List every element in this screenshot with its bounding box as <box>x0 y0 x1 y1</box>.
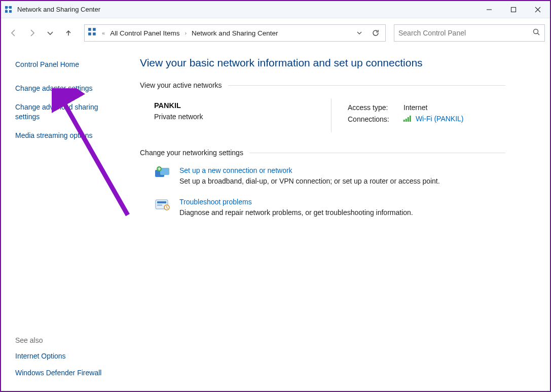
minimize-button[interactable] <box>477 1 501 18</box>
svg-rect-13 <box>93 32 96 35</box>
svg-rect-17 <box>406 119 407 122</box>
wifi-signal-icon <box>403 115 412 123</box>
svg-rect-10 <box>88 28 91 31</box>
address-bar[interactable]: « All Control Panel Items › Network and … <box>84 24 386 42</box>
window-title: Network and Sharing Center <box>17 6 100 13</box>
access-type-label: Access type: <box>348 102 402 113</box>
svg-rect-25 <box>157 204 162 206</box>
up-button[interactable] <box>61 25 76 41</box>
forward-button[interactable] <box>24 25 40 41</box>
active-network-row: PANKIL Private network Access type: Inte… <box>140 98 505 132</box>
see-also-header: See also <box>15 336 121 344</box>
sidebar-windows-defender-firewall[interactable]: Windows Defender Firewall <box>15 368 121 378</box>
setup-connection-icon <box>154 166 171 180</box>
sidebar-change-adapter-settings[interactable]: Change adapter settings <box>15 84 121 93</box>
close-button[interactable] <box>526 1 550 18</box>
chevron-right-icon[interactable]: › <box>182 30 189 36</box>
svg-rect-7 <box>511 7 516 12</box>
svg-rect-19 <box>410 116 411 122</box>
svg-line-15 <box>538 33 540 35</box>
maximize-button[interactable] <box>501 1 526 18</box>
sidebar-media-streaming-options[interactable]: Media streaming options <box>15 131 121 140</box>
sidebar-internet-options[interactable]: Internet Options <box>15 351 121 361</box>
active-networks-header: View your active networks <box>140 81 505 89</box>
connections-label: Connections: <box>348 114 402 124</box>
change-settings-header: Change your networking settings <box>140 149 505 157</box>
setup-connection-link[interactable]: Set up a new connection or network <box>179 166 292 174</box>
network-name: PANKIL <box>154 101 331 110</box>
setup-connection-item: Set up a new connection or network Set u… <box>140 166 505 185</box>
search-icon[interactable] <box>532 28 540 38</box>
svg-point-14 <box>534 29 538 34</box>
breadcrumb-parent[interactable]: All Control Panel Items <box>110 29 179 37</box>
svg-rect-3 <box>9 10 12 13</box>
address-dropdown-button[interactable] <box>353 26 366 40</box>
recent-locations-button[interactable] <box>43 25 58 41</box>
toolbar: « All Control Panel Items › Network and … <box>1 18 550 48</box>
back-button[interactable] <box>6 25 21 41</box>
setup-connection-desc: Set up a broadband, dial-up, or VPN conn… <box>179 177 440 185</box>
connection-link[interactable]: Wi-Fi (PANKIL) <box>416 115 464 123</box>
content: View your basic network information and … <box>129 48 550 391</box>
search-box[interactable] <box>394 24 545 42</box>
titlebar: Network and Sharing Center <box>1 1 550 18</box>
svg-rect-2 <box>5 10 8 13</box>
app-icon <box>4 5 13 14</box>
breadcrumb-current[interactable]: Network and Sharing Center <box>192 29 278 37</box>
svg-rect-24 <box>157 201 166 203</box>
svg-rect-18 <box>408 117 409 122</box>
svg-rect-0 <box>5 6 8 9</box>
search-input[interactable] <box>398 29 532 37</box>
troubleshoot-icon <box>154 197 171 211</box>
sidebar: Control Panel Home Change adapter settin… <box>1 48 129 391</box>
troubleshoot-link[interactable]: Troubleshoot problems <box>179 198 252 206</box>
sidebar-change-advanced-sharing[interactable]: Change advanced sharing settings <box>15 102 121 122</box>
control-panel-icon <box>88 27 97 39</box>
breadcrumb-overflow-icon[interactable]: « <box>100 30 107 36</box>
troubleshoot-desc: Diagnose and repair network problems, or… <box>179 208 413 217</box>
access-type-value: Internet <box>403 102 464 113</box>
troubleshoot-item: Troubleshoot problems Diagnose and repai… <box>140 197 505 217</box>
sidebar-control-panel-home[interactable]: Control Panel Home <box>15 60 121 69</box>
page-title: View your basic network information and … <box>140 57 505 69</box>
svg-rect-11 <box>93 28 96 31</box>
svg-rect-12 <box>88 32 91 35</box>
svg-rect-1 <box>9 6 12 9</box>
refresh-button[interactable] <box>369 26 382 40</box>
svg-rect-16 <box>403 120 405 122</box>
network-type: Private network <box>154 113 331 121</box>
